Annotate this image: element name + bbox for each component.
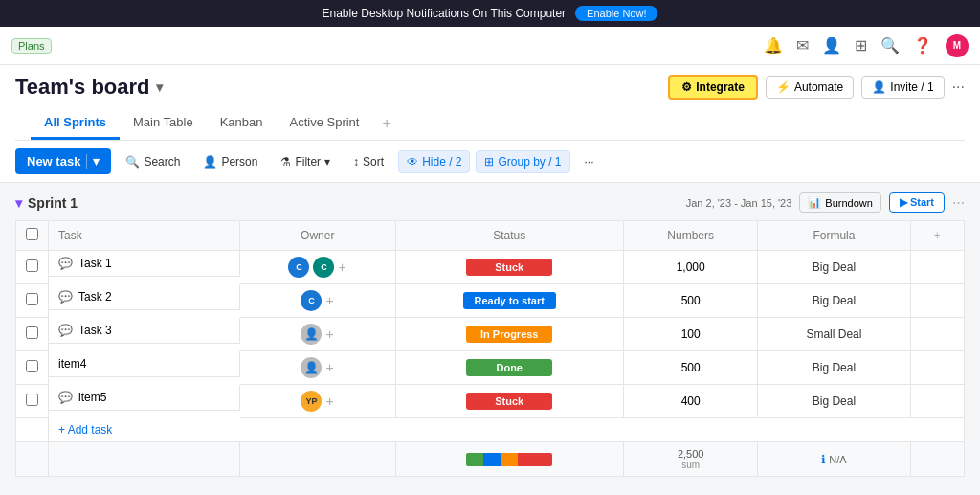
plans-tag[interactable]: Plans (11, 38, 52, 54)
enable-now-button[interactable]: Enable Now! (575, 6, 657, 21)
owner-avatar[interactable]: 👤 (301, 324, 322, 345)
status-badge[interactable]: Stuck (466, 259, 552, 276)
more-toolbar-button[interactable]: ··· (576, 150, 603, 173)
task-column-header: Task (49, 221, 240, 251)
task-name-cell: 💬Task 2 (49, 284, 240, 310)
chat-icon[interactable]: 💬 (58, 257, 73, 270)
avatar[interactable]: M (946, 34, 969, 57)
bell-icon[interactable]: 🔔 (764, 36, 783, 55)
formula-column-header: Formula (758, 221, 910, 251)
person-filter-button[interactable]: 👤 Person (194, 150, 266, 173)
tab-all-sprints[interactable]: All Sprints (31, 107, 120, 140)
invite-button[interactable]: 👤 Invite / 1 (861, 76, 944, 99)
tab-main-table[interactable]: Main Table (120, 107, 207, 140)
integrate-button[interactable]: ⚙ Integrate (668, 75, 758, 100)
add-owner-button[interactable]: + (338, 259, 345, 275)
all-sprints-tab-label: All Sprints (44, 115, 106, 129)
status-badge[interactable]: Stuck (466, 393, 552, 410)
page-content: Team's board ▾ ⚙ Integrate ⚡ Automate 👤 … (0, 65, 980, 495)
tab-active-sprint[interactable]: Active Sprint (276, 107, 372, 140)
board-title-actions: ⚙ Integrate ⚡ Automate 👤 Invite / 1 ··· (668, 75, 965, 100)
start-button[interactable]: ▶ Start (889, 192, 945, 213)
task-name-text: item4 (58, 357, 86, 371)
task-checkbox-cell (16, 385, 49, 418)
person-label: Person (221, 155, 257, 169)
task-name-text: Task 3 (78, 324, 112, 337)
sprint-1-table: Task Owner Status Numbers Formula + 💬Tas… (15, 220, 965, 477)
top-nav-right: 🔔 ✉ 👤 ⊞ 🔍 ❓ M (764, 34, 969, 57)
task-name-cell: item4 (49, 351, 240, 377)
sum-formula-cell: ℹ N/A (758, 442, 910, 477)
burndown-button[interactable]: 📊 Burndown (799, 192, 881, 213)
sprint1-sum-row: 2,500 sum ℹ N/A (16, 442, 965, 477)
owner-cell: CC+ (250, 257, 386, 278)
group-by-icon: ⊞ (484, 155, 494, 169)
owner-avatar[interactable]: YP (301, 391, 322, 412)
chat-icon[interactable]: 💬 (58, 290, 73, 304)
person-icon[interactable]: 👤 (822, 36, 841, 55)
owner-avatar[interactable]: C (288, 257, 309, 278)
add-tab-button[interactable]: + (372, 109, 400, 138)
chat-icon[interactable]: 💬 (58, 324, 73, 337)
automate-button[interactable]: ⚡ Automate (766, 76, 854, 99)
person-add-icon: 👤 (872, 80, 886, 94)
group-by-button[interactable]: ⊞ Group by / 1 (476, 150, 569, 173)
new-task-button[interactable]: New task ▾ (15, 148, 111, 174)
task-owner-cell: 👤+ (240, 351, 396, 385)
search-icon: 🔍 (125, 155, 140, 169)
task-checkbox[interactable] (26, 326, 38, 339)
status-badge[interactable]: In Progress (466, 326, 552, 343)
sprint-1-chevron[interactable]: ▾ (15, 195, 22, 211)
play-icon: ▶ (900, 196, 907, 208)
task-status-cell: Ready to start (395, 284, 623, 318)
mail-icon[interactable]: ✉ (796, 36, 809, 55)
add-owner-button[interactable]: + (325, 326, 333, 342)
add-task-label[interactable]: + Add task (49, 418, 965, 442)
sprint1-add-task-row[interactable]: + Add task (16, 418, 965, 442)
task-checkbox[interactable] (26, 360, 38, 372)
add-owner-button[interactable]: + (325, 293, 333, 308)
kanban-tab-label: Kanban (220, 115, 263, 129)
task-owner-cell: CC+ (240, 251, 396, 284)
na-value: N/A (829, 454, 846, 465)
hide-icon: 👁 (407, 155, 418, 169)
task-checkbox-cell (16, 351, 49, 385)
invite-label: Invite / 1 (890, 80, 933, 94)
sort-button[interactable]: ↕ Sort (345, 150, 392, 173)
select-all-checkbox[interactable] (26, 228, 38, 240)
add-column-button[interactable]: + (910, 221, 964, 251)
task-checkbox[interactable] (26, 293, 38, 305)
help-icon[interactable]: ❓ (913, 36, 932, 55)
board-header: Team's board ▾ ⚙ Integrate ⚡ Automate 👤 … (0, 65, 980, 141)
info-icon: ℹ (821, 453, 826, 466)
chat-icon[interactable]: 💬 (58, 391, 73, 404)
owner-avatar[interactable]: 👤 (301, 357, 322, 378)
numbers-column-header: Numbers (623, 221, 757, 251)
filter-button[interactable]: ⚗ Filter ▾ (272, 150, 339, 173)
board-title: Team's board ▾ (15, 75, 163, 100)
hide-button[interactable]: 👁 Hide / 2 (398, 150, 470, 173)
sum-value: 2,500 (634, 448, 747, 460)
owner-avatar[interactable]: C (301, 290, 322, 311)
task-checkbox[interactable] (26, 394, 38, 406)
task-status-cell: Done (395, 351, 623, 385)
person-filter-icon: 👤 (203, 155, 217, 169)
add-owner-button[interactable]: + (325, 394, 333, 409)
tab-kanban[interactable]: Kanban (207, 107, 277, 140)
new-task-dropdown-icon[interactable]: ▾ (86, 154, 100, 169)
sum-task-cell (49, 442, 240, 477)
task-owner-cell: YP+ (240, 385, 396, 418)
sprint-more-icon[interactable]: ⋯ (952, 195, 965, 210)
apps-icon[interactable]: ⊞ (855, 36, 867, 55)
task-checkbox[interactable] (26, 259, 38, 272)
search-icon[interactable]: 🔍 (880, 36, 900, 55)
status-badge[interactable]: Ready to start (463, 292, 556, 309)
status-badge[interactable]: Done (466, 359, 552, 376)
task-status-cell: Stuck (395, 385, 623, 418)
more-options-button[interactable]: ··· (952, 79, 965, 96)
search-button[interactable]: 🔍 Search (117, 150, 189, 173)
owner-avatar[interactable]: C (313, 257, 334, 278)
board-title-dropdown-icon[interactable]: ▾ (156, 79, 163, 95)
add-owner-button[interactable]: + (325, 360, 333, 375)
backlog-section: ▾ Backlog Task Owner Status Numbers Form… (0, 486, 980, 495)
